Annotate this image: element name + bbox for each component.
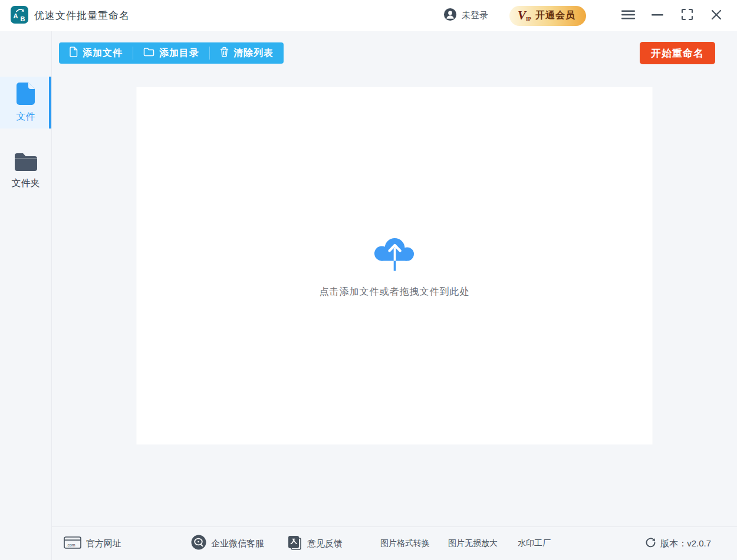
close-button[interactable]: [709, 8, 724, 24]
dot-com-icon: .com: [64, 536, 81, 552]
version-check[interactable]: 版本：v2.0.7: [645, 527, 711, 560]
hamburger-icon: [621, 9, 636, 22]
main-area: 文件 文件夹: [0, 31, 737, 560]
vip-label: 开通会员: [535, 9, 575, 22]
menu-button[interactable]: [620, 8, 636, 24]
add-folder-icon: [143, 47, 154, 59]
watermark-factory-link[interactable]: 水印工厂: [518, 527, 551, 560]
minimize-icon: [651, 8, 664, 24]
add-files-button[interactable]: 添加文件: [59, 42, 133, 64]
titlebar: A B 优速文件批量重命名: [0, 0, 737, 31]
file-dropzone[interactable]: 点击添加文件或者拖拽文件到此处: [137, 87, 653, 444]
app-logo-icon: A B: [11, 6, 28, 26]
trash-icon: [220, 47, 229, 60]
cloud-upload-icon: [371, 234, 418, 274]
sidebar-item-files[interactable]: 文件: [0, 77, 51, 129]
image-lossless-enlarge-link[interactable]: 图片无损放大: [448, 527, 498, 560]
close-icon: [710, 9, 722, 23]
feedback-icon: [287, 535, 302, 553]
add-file-icon: [69, 47, 78, 60]
image-format-convert-link[interactable]: 图片格式转换: [380, 527, 430, 560]
official-website-link[interactable]: .com 官方网址: [64, 527, 121, 560]
login-status-label: 未登录: [462, 10, 488, 21]
clear-list-label: 清除列表: [233, 47, 274, 60]
vip-icon: VIP: [518, 9, 531, 22]
file-icon: [15, 82, 37, 108]
wechat-support-link[interactable]: 企业微信客服: [191, 527, 264, 560]
maximize-button[interactable]: [679, 8, 695, 24]
sidebar-item-folders[interactable]: 文件夹: [0, 144, 51, 196]
official-website-label: 官方网址: [86, 538, 121, 549]
maximize-icon: [681, 8, 693, 23]
work-area: 点击添加文件或者拖拽文件到此处: [52, 64, 737, 526]
login-status[interactable]: 未登录: [443, 8, 488, 24]
wechat-service-icon: [191, 535, 206, 552]
toolbar-button-group: 添加文件 添加目录: [59, 42, 284, 64]
add-directory-button[interactable]: 添加目录: [133, 42, 209, 64]
feedback-label: 意见反馈: [307, 538, 343, 549]
svg-text:.com: .com: [67, 542, 75, 546]
version-label: 版本：v2.0.7: [660, 538, 711, 549]
app-window: A B 优速文件批量重命名: [0, 0, 737, 560]
sidebar-item-label: 文件: [17, 111, 35, 123]
sidebar: 文件 文件夹: [0, 31, 52, 560]
refresh-icon: [645, 537, 656, 551]
svg-text:B: B: [21, 15, 25, 22]
app-title: 优速文件批量重命名: [34, 9, 130, 22]
titlebar-right: 未登录 VIP 开通会员: [443, 6, 724, 26]
footer: .com 官方网址 企业微信客服: [52, 526, 737, 560]
titlebar-left: A B 优速文件批量重命名: [11, 6, 130, 26]
user-avatar-icon: [443, 8, 457, 24]
dropzone-hint: 点击添加文件或者拖拽文件到此处: [320, 286, 470, 298]
svg-text:A: A: [14, 12, 18, 19]
toolbar: 添加文件 添加目录: [52, 31, 737, 64]
add-files-label: 添加文件: [83, 47, 123, 60]
minimize-button[interactable]: [650, 8, 665, 24]
clear-list-button[interactable]: 清除列表: [210, 42, 284, 64]
sidebar-item-label: 文件夹: [12, 177, 40, 190]
content-area: 添加文件 添加目录: [52, 31, 737, 560]
wechat-support-label: 企业微信客服: [211, 538, 264, 549]
vip-upgrade-button[interactable]: VIP 开通会员: [509, 6, 586, 26]
feedback-link[interactable]: 意见反馈: [287, 527, 343, 560]
start-rename-button[interactable]: 开始重命名: [640, 42, 715, 64]
add-directory-label: 添加目录: [159, 47, 199, 60]
folder-icon: [14, 151, 38, 174]
